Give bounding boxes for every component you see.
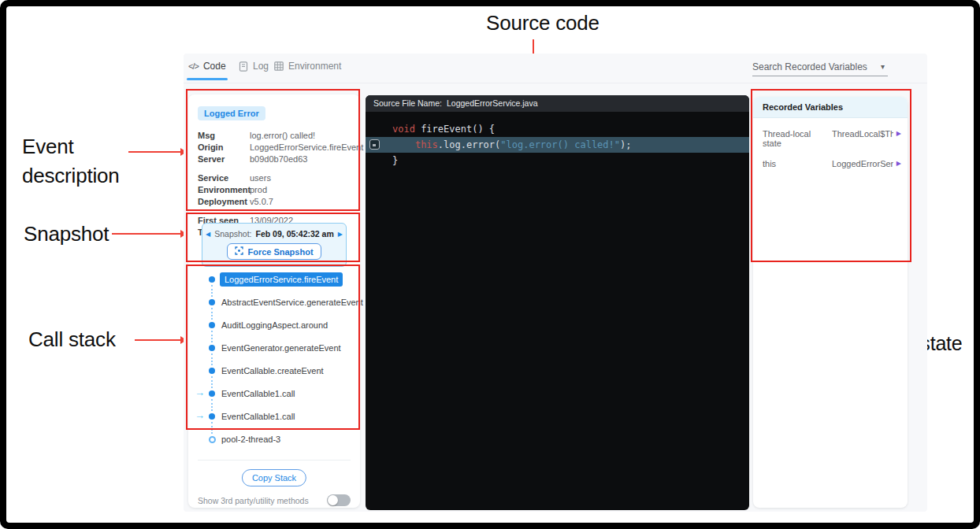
arrow-event-description bbox=[128, 151, 180, 153]
thread-dot-icon bbox=[209, 436, 216, 443]
source-file-header: Source File Name:LoggedErrorService.java bbox=[366, 95, 749, 112]
tab-log[interactable]: Log bbox=[239, 61, 269, 72]
source-file-name: LoggedErrorService.java bbox=[447, 98, 538, 108]
search-select-label: Search Recorded Variables bbox=[752, 61, 867, 72]
code-line: } bbox=[366, 153, 749, 168]
page-canvas: Source code Event description Snapshot C… bbox=[6, 6, 974, 523]
stack-frame-thread[interactable]: pool-2-thread-3 bbox=[188, 434, 360, 457]
highlight-box-event-description bbox=[186, 89, 360, 211]
tab-code[interactable]: </> Code bbox=[188, 61, 226, 72]
screenshot-frame: Source code Event description Snapshot C… bbox=[0, 0, 980, 529]
snapshot-gutter-icon[interactable] bbox=[369, 139, 380, 150]
toggle-knob bbox=[328, 495, 338, 505]
log-file-icon bbox=[239, 61, 248, 72]
third-party-toggle-label: Show 3rd party/utility methods bbox=[198, 496, 309, 505]
annotation-call-stack: Call stack bbox=[28, 327, 116, 352]
highlight-box-call-stack bbox=[186, 264, 360, 430]
code-line: void fireEvent() { bbox=[366, 121, 749, 137]
copy-stack-button[interactable]: Copy Stack bbox=[242, 469, 306, 486]
highlight-box-snapshot bbox=[186, 213, 360, 262]
code-editor: void fireEvent() { this.log.error("log.e… bbox=[366, 112, 749, 168]
divider bbox=[198, 460, 351, 461]
annotation-snapshot: Snapshot bbox=[24, 222, 109, 246]
arrow-call-stack bbox=[135, 339, 180, 341]
tab-log-label: Log bbox=[253, 61, 269, 72]
tab-bar: </> Code Log Environment Search Reco bbox=[184, 54, 927, 83]
search-recorded-variables-select[interactable]: Search Recorded Variables ▾ bbox=[752, 61, 888, 76]
source-file-label: Source File Name: bbox=[373, 98, 442, 108]
arrow-snapshot bbox=[112, 233, 180, 235]
code-icon: </> bbox=[188, 61, 199, 71]
tab-environment-label: Environment bbox=[288, 61, 341, 72]
source-code-panel: Source File Name:LoggedErrorService.java… bbox=[366, 95, 749, 510]
chevron-down-icon: ▾ bbox=[881, 62, 885, 71]
tab-environment[interactable]: Environment bbox=[274, 61, 341, 72]
highlight-box-recorded-variables bbox=[751, 89, 911, 262]
tab-code-label: Code bbox=[203, 61, 226, 72]
third-party-toggle[interactable] bbox=[327, 494, 351, 506]
annotation-source-code: Source code bbox=[476, 11, 610, 35]
annotation-event-description: Event description bbox=[22, 132, 156, 191]
environment-grid-icon bbox=[274, 61, 284, 71]
third-party-toggle-row: Show 3rd party/utility methods bbox=[198, 494, 351, 506]
code-line-highlighted: this.log.error("log.error() called!"); bbox=[366, 137, 749, 153]
